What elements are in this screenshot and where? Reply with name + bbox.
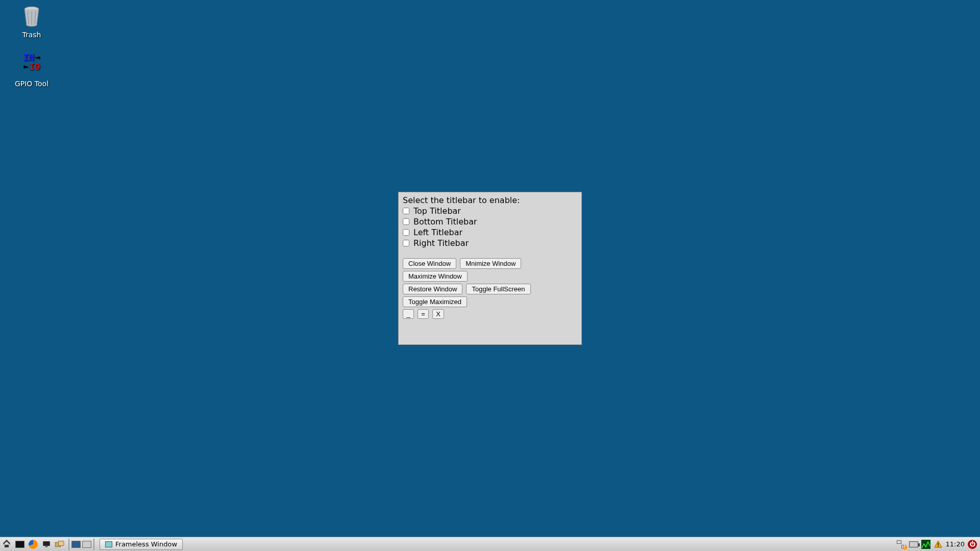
gpio-tool-icon: IN→ ←IO: [19, 53, 44, 78]
clock[interactable]: 11:20: [946, 540, 965, 548]
svg-rect-5: [59, 541, 64, 545]
checkbox-bottom-titlebar[interactable]: Bottom Titlebar: [403, 217, 577, 227]
maximize-short-button[interactable]: =: [418, 309, 429, 319]
checkbox-input[interactable]: [403, 229, 409, 236]
taskbar-separator: [93, 539, 94, 550]
checkbox-input[interactable]: [403, 240, 409, 246]
maximize-window-button[interactable]: Maximize Window: [403, 271, 468, 282]
trash-icon: [19, 4, 44, 29]
display-settings-icon[interactable]: [41, 539, 52, 550]
frameless-window[interactable]: Select the titlebar to enable: Top Title…: [398, 192, 582, 345]
checkbox-label: Bottom Titlebar: [413, 217, 477, 227]
window-icon: [105, 541, 112, 547]
checkbox-label: Right Titlebar: [413, 238, 469, 248]
checkbox-label: Left Titlebar: [413, 228, 462, 237]
battery-icon[interactable]: [909, 540, 918, 549]
svg-rect-7: [938, 543, 939, 545]
window-prompt: Select the titlebar to enable:: [403, 195, 577, 205]
minimize-window-button[interactable]: Mnimize Window: [460, 258, 521, 269]
desktop-icon-label: Trash: [7, 31, 56, 39]
svg-rect-8: [938, 546, 939, 547]
minimize-short-button[interactable]: _: [403, 309, 414, 319]
workspace-pager[interactable]: [71, 541, 91, 548]
desktop-icon-trash[interactable]: Trash: [7, 4, 56, 39]
cpu-monitor-icon[interactable]: [921, 540, 930, 549]
power-icon[interactable]: ⏻: [968, 540, 977, 549]
taskbar-separator: [68, 539, 69, 550]
update-warning-icon[interactable]: [934, 540, 943, 549]
close-window-button[interactable]: Close Window: [403, 258, 456, 269]
workspace-2[interactable]: [82, 541, 91, 548]
checkbox-label: Top Titlebar: [413, 206, 461, 216]
taskbar-task-frameless-window[interactable]: Frameless Window: [100, 539, 183, 550]
svg-rect-2: [43, 541, 50, 546]
start-menu-icon[interactable]: [1, 539, 12, 550]
toggle-fullscreen-button[interactable]: Toggle FullScreen: [466, 284, 530, 294]
taskbar-task-label: Frameless Window: [115, 540, 177, 548]
workspace-1[interactable]: [71, 541, 81, 548]
file-manager-icon[interactable]: [54, 539, 65, 550]
checkbox-right-titlebar[interactable]: Right Titlebar: [403, 238, 577, 248]
svg-rect-3: [45, 546, 48, 547]
taskbar: Frameless Window ! 11:20 ⏻: [0, 537, 980, 551]
desktop[interactable]: Trash IN→ ←IO GPIO Tool Select the title…: [0, 0, 980, 551]
terminal-icon[interactable]: [14, 539, 26, 550]
svg-rect-1: [5, 544, 9, 547]
desktop-icon-gpio-tool[interactable]: IN→ ←IO GPIO Tool: [7, 53, 56, 88]
checkbox-input[interactable]: [403, 218, 409, 225]
checkbox-left-titlebar[interactable]: Left Titlebar: [403, 228, 577, 237]
system-tray: ! 11:20 ⏻: [897, 540, 980, 549]
restore-window-button[interactable]: Restore Window: [403, 284, 462, 294]
close-short-button[interactable]: X: [432, 309, 444, 319]
checkbox-input[interactable]: [403, 208, 409, 214]
toggle-maximized-button[interactable]: Toggle Maximized: [403, 296, 467, 307]
firefox-icon[interactable]: [28, 539, 39, 550]
desktop-icon-label: GPIO Tool: [7, 80, 56, 88]
network-status-icon[interactable]: !: [897, 540, 906, 549]
checkbox-top-titlebar[interactable]: Top Titlebar: [403, 206, 577, 216]
